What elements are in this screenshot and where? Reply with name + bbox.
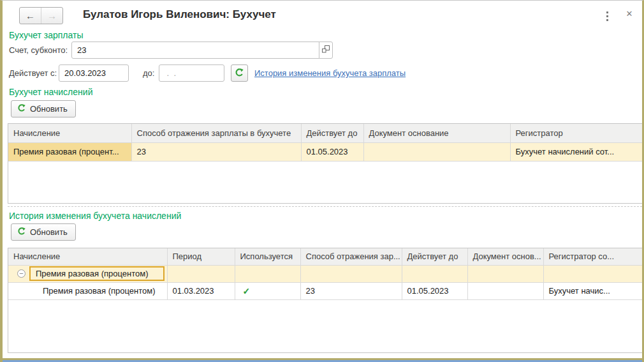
nav-buttons: ← → xyxy=(19,7,63,24)
valid-to-label: до: xyxy=(143,68,154,78)
cell-empty[interactable] xyxy=(235,265,300,282)
cell-empty[interactable] xyxy=(543,265,643,282)
accruals-table: Начисление Способ отражения зарплаты в б… xyxy=(8,123,643,204)
valid-to-input[interactable] xyxy=(159,64,224,82)
cell-used[interactable]: ✓ xyxy=(235,282,300,299)
refresh-accruals-button[interactable]: Обновить xyxy=(11,100,76,117)
column-header[interactable]: Способ отражения зарплаты в бухучете xyxy=(131,124,301,142)
column-header[interactable]: Используется xyxy=(235,248,300,265)
history-table: Начисление Период Используется Способ от… xyxy=(8,248,643,353)
cell-empty[interactable] xyxy=(167,265,235,282)
collapse-group-icon[interactable]: − xyxy=(17,269,26,278)
account-label: Счет, субконто: xyxy=(9,45,68,55)
cell-valid-to[interactable]: 01.05.2023 xyxy=(402,282,467,299)
cell-empty[interactable] xyxy=(402,265,467,282)
valid-from-label: Действует с: xyxy=(9,68,57,78)
column-header[interactable]: Период xyxy=(167,248,235,265)
forward-button[interactable]: → xyxy=(41,8,62,24)
table-row: Премия разовая (процентом) 01.03.2023 ✓ … xyxy=(8,282,643,299)
column-header[interactable]: Регистратор xyxy=(510,124,643,142)
open-button[interactable] xyxy=(319,41,333,59)
splitter[interactable] xyxy=(8,206,642,207)
column-header[interactable]: Начисление xyxy=(8,248,167,265)
accruals-header-row: Начисление Способ отражения зарплаты в б… xyxy=(8,124,643,142)
valid-from-input[interactable] xyxy=(59,64,129,82)
refresh-icon xyxy=(17,103,26,114)
salary-history-link[interactable]: История изменения бухучета зарплаты xyxy=(254,68,406,78)
form-window: ← → Булатов Игорь Виленович: Бухучет ✕ Б… xyxy=(0,0,644,362)
refresh-dates-button[interactable] xyxy=(231,64,248,82)
cell-registrar[interactable]: Бухучет начислений сот... xyxy=(510,142,643,161)
column-header[interactable]: Действует до xyxy=(402,248,467,265)
refresh-button-label: Обновить xyxy=(30,227,68,237)
section-title-accruals: Бухучет начислений xyxy=(9,87,92,97)
account-input[interactable] xyxy=(71,41,319,59)
refresh-button-label: Обновить xyxy=(30,104,68,114)
column-header[interactable]: Документ основание xyxy=(363,124,510,142)
cell-method[interactable]: 23 xyxy=(300,282,402,299)
close-icon[interactable]: ✕ xyxy=(623,8,636,20)
cell-empty[interactable] xyxy=(300,265,402,282)
cell-base-document[interactable] xyxy=(363,142,510,161)
section-title-history: История изменения бухучета начислений xyxy=(9,211,181,221)
refresh-icon xyxy=(235,68,244,79)
cell-base-document[interactable] xyxy=(467,282,543,299)
column-header[interactable]: Действует до xyxy=(301,124,363,142)
arrow-left-icon: ← xyxy=(26,10,35,21)
column-header[interactable]: Регистратор со... xyxy=(543,248,643,265)
column-header[interactable]: Документ основ... xyxy=(467,248,543,265)
page-title: Булатов Игорь Виленович: Бухучет xyxy=(83,8,276,21)
cell-empty[interactable] xyxy=(467,265,543,282)
cell-registrar[interactable]: Бухучет начис... xyxy=(543,282,643,299)
group-label[interactable]: Премия разовая (процентом) xyxy=(29,266,165,281)
table-row: Премия разовая (процент... 23 01.05.2023… xyxy=(8,142,643,161)
cell-valid-to[interactable]: 01.05.2023 xyxy=(301,142,363,161)
cell-accrual[interactable]: Премия разовая (процентом) xyxy=(8,282,167,299)
more-menu-icon[interactable] xyxy=(603,9,611,23)
cell-group[interactable]: −Премия разовая (процентом) xyxy=(8,265,167,282)
column-header[interactable]: Способ отражения зар... xyxy=(300,248,402,265)
checkmark-icon: ✓ xyxy=(243,286,251,296)
section-title-salary: Бухучет зарплаты xyxy=(9,30,84,40)
cell-method[interactable]: 23 xyxy=(131,142,301,161)
refresh-icon xyxy=(17,227,26,238)
arrow-right-icon: → xyxy=(47,10,57,21)
back-button[interactable]: ← xyxy=(20,8,41,24)
group-row: −Премия разовая (процентом) xyxy=(8,265,643,282)
cell-period[interactable]: 01.03.2023 xyxy=(167,282,235,299)
column-header[interactable]: Начисление xyxy=(8,124,131,142)
history-header-row: Начисление Период Используется Способ от… xyxy=(8,248,643,265)
cell-accrual[interactable]: Премия разовая (процент... xyxy=(8,142,131,161)
open-in-window-icon xyxy=(322,45,330,55)
refresh-history-button[interactable]: Обновить xyxy=(11,223,76,241)
